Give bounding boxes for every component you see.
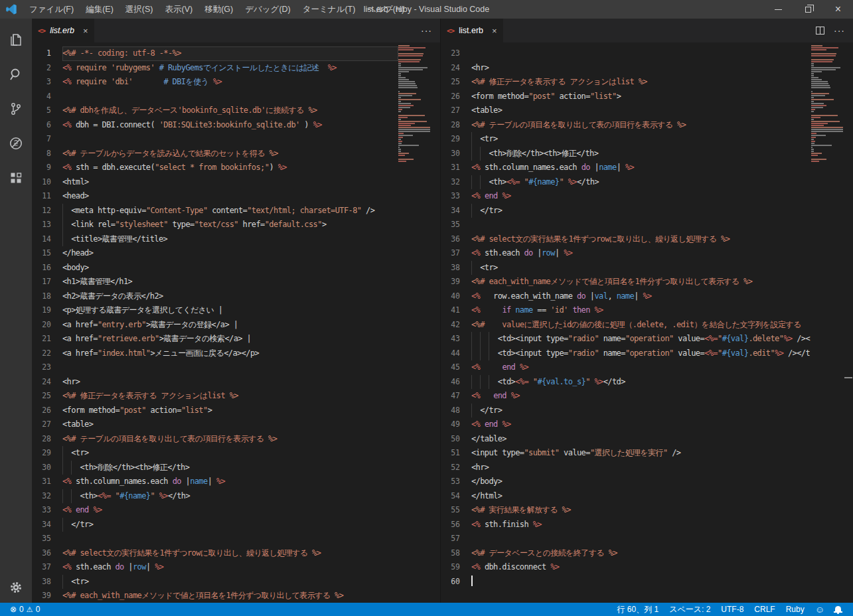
code-line[interactable]: 23 [32, 360, 398, 375]
code-line[interactable]: 32 <th><%= "#{name}" %></th> [32, 489, 398, 504]
extensions-icon[interactable] [0, 161, 32, 195]
code-line[interactable]: 24<hr> [441, 61, 811, 76]
restore-button[interactable] [793, 0, 823, 19]
split-editor-icon[interactable] [816, 27, 824, 35]
more-actions-icon[interactable]: ··· [834, 25, 845, 36]
tab-list-erb-right[interactable]: <> list.erb × [441, 19, 503, 42]
code-line[interactable]: 8<%# テーブルからデータを読み込んで結果のセットを得る %> [32, 147, 398, 161]
menu-help[interactable]: ヘルプ(H) [361, 0, 410, 19]
code-line[interactable]: 28<%# テーブルの項目名を取り出して表の項目行を表示する %> [32, 432, 398, 447]
code-line[interactable]: 58<%# データベースとの接続を終了する %> [441, 546, 811, 561]
code-line[interactable]: 19<p>処理する蔵書データを選択してください | [32, 303, 398, 318]
menu-selection[interactable]: 選択(S) [119, 0, 159, 19]
cursor-position[interactable]: 行 60、列 1 [611, 604, 664, 615]
close-button[interactable]: × [823, 0, 853, 19]
indentation[interactable]: スペース: 2 [664, 604, 716, 615]
code-line[interactable]: 25<%# 修正データを表示する アクションはlist %> [441, 75, 811, 90]
code-line[interactable]: 38 <tr> [32, 575, 398, 589]
code-line[interactable]: 48 </tr> [441, 404, 811, 418]
code-line[interactable]: 47<% end %> [441, 389, 811, 404]
code-line[interactable]: 29 <tr> [441, 132, 811, 147]
code-line[interactable]: 41<% if name == 'id' then %> [441, 303, 811, 318]
code-line[interactable]: 34 </tr> [441, 204, 811, 218]
code-line[interactable]: 17<h1>蔵書管理</h1> [32, 275, 398, 289]
menu-view[interactable]: 表示(V) [159, 0, 198, 19]
code-area-1[interactable]: 1<%# -*- coding: utf-8 -*-%>2<% require … [32, 42, 398, 603]
code-line[interactable]: 32 <th><%= "#{name}" %></th> [441, 175, 811, 190]
code-line[interactable]: 1<%# -*- coding: utf-8 -*-%> [32, 46, 398, 61]
code-line[interactable]: 39<%# each_with_nameメソッドで値と項目名を1件分ずつ取り出し… [441, 275, 811, 289]
minimap-1[interactable] [398, 42, 431, 165]
code-line[interactable]: 34 </tr> [32, 518, 398, 532]
tab-close-icon[interactable]: × [83, 26, 88, 36]
code-line[interactable]: 26<form method="post" action="list"> [32, 404, 398, 418]
code-line[interactable]: 28<%# テーブルの項目名を取り出して表の項目行を表示する %> [441, 118, 811, 133]
code-line[interactable]: 49<% end %> [441, 418, 811, 432]
code-line[interactable]: 54</html> [441, 489, 811, 504]
code-line[interactable]: 7 [32, 132, 398, 147]
code-line[interactable]: 42<%# valueに選択したidの値の後に処理（.delete, .edit… [441, 318, 811, 333]
code-line[interactable]: 6<% dbh = DBI.connect( 'DBI:SQLite3:book… [32, 118, 398, 133]
code-line[interactable]: 31<% sth.column_names.each do |name| %> [32, 475, 398, 489]
code-line[interactable]: 40<% row.each_with_name do |val, name| %… [441, 289, 811, 304]
menu-terminal[interactable]: ターミナル(T) [297, 0, 362, 19]
code-line[interactable]: 24<hr> [32, 375, 398, 390]
problems-indicator[interactable]: ⊗ 0 ⚠ 0 [7, 603, 43, 616]
code-line[interactable]: 21<a href="retrieve.erb">蔵書データの検索</a> | [32, 332, 398, 346]
code-line[interactable]: 56<% sth.finish %> [441, 518, 811, 532]
code-line[interactable]: 35 [441, 218, 811, 232]
code-line[interactable]: 27<table> [32, 418, 398, 432]
code-line[interactable]: 50</table> [441, 432, 811, 447]
code-line[interactable]: 53</body> [441, 475, 811, 489]
settings-gear-icon[interactable] [0, 572, 32, 603]
editor-2[interactable]: 2324<hr>25<%# 修正データを表示する アクションはlist %>26… [441, 42, 853, 603]
code-line[interactable]: 39<%# each_with_nameメソッドで値と項目名を1件分ずつ取り出し… [32, 589, 398, 603]
code-line[interactable]: 60 [441, 575, 811, 589]
code-line[interactable]: 43 <td><input type="radio" name="operati… [441, 332, 811, 346]
debug-icon[interactable] [0, 126, 32, 161]
code-line[interactable]: 57 [441, 532, 811, 546]
code-line[interactable]: 37<% sth.each do |row| %> [32, 560, 398, 575]
code-line[interactable]: 51<input type="submit" value="選択した処理を実行"… [441, 446, 811, 461]
search-icon[interactable] [0, 57, 32, 92]
code-line[interactable]: 14 <title>蔵書管理</title> [32, 232, 398, 247]
code-line[interactable]: 23 [441, 46, 811, 61]
code-line[interactable]: 11<head> [32, 189, 398, 204]
code-line[interactable]: 5<%# dbhを作成し、データベース'bookinfo_sqlite.db'に… [32, 104, 398, 118]
editor-1[interactable]: 1<%# -*- coding: utf-8 -*-%>2<% require … [32, 42, 440, 603]
tab-close-icon[interactable]: × [492, 26, 497, 36]
eol-sequence[interactable]: CRLF [749, 605, 780, 614]
code-line[interactable]: 29 <tr> [32, 446, 398, 461]
code-line[interactable]: 9<% sth = dbh.execute("select * from boo… [32, 161, 398, 175]
notifications-bell-icon[interactable] [830, 607, 846, 611]
code-line[interactable]: 36<%# select文の実行結果を1件ずつrowに取り出し、繰り返し処理する… [441, 232, 811, 247]
tab-list-erb-left[interactable]: <> list.erb × [32, 19, 94, 42]
menu-go[interactable]: 移動(G) [198, 0, 239, 19]
code-line[interactable]: 30 <th>削除</th><th>修正</th> [32, 461, 398, 475]
code-line[interactable]: 26<form method="post" action="list"> [441, 90, 811, 104]
code-line[interactable]: 59<% dbh.disconnect %> [441, 560, 811, 575]
code-line[interactable]: 10<html> [32, 175, 398, 190]
code-line[interactable]: 18<h2>蔵書データの表示</h2> [32, 289, 398, 304]
code-line[interactable]: 25<%# 修正データを表示する アクションはlist %> [32, 389, 398, 404]
code-line[interactable]: 52<hr> [441, 461, 811, 475]
explorer-icon[interactable] [0, 23, 32, 57]
menu-debug[interactable]: デバッグ(D) [239, 0, 297, 19]
code-line[interactable]: 33<% end %> [32, 503, 398, 518]
feedback-smiley-icon[interactable]: ☺ [810, 604, 830, 615]
code-line[interactable]: 30 <th>削除</th><th>修正</th> [441, 147, 811, 161]
code-line[interactable]: 13 <link rel="stylesheet" type="text/css… [32, 218, 398, 232]
code-line[interactable]: 31<% sth.column_names.each do |name| %> [441, 161, 811, 175]
code-line[interactable]: 15</head> [32, 246, 398, 261]
code-line[interactable]: 46 <td><%= "#{val.to_s}" %></td> [441, 375, 811, 390]
code-line[interactable]: 20<a href="entry.erb">蔵書データの登録</a> | [32, 318, 398, 333]
code-line[interactable]: 45<% end %> [441, 360, 811, 375]
code-line[interactable]: 35 [32, 532, 398, 546]
code-line[interactable]: 2<% require 'rubygems' # RubyGemsでインストール… [32, 61, 398, 76]
language-mode[interactable]: Ruby [781, 605, 810, 614]
code-line[interactable]: 44 <td><input type="radio" name="operati… [441, 346, 811, 361]
more-actions-icon[interactable]: ··· [421, 25, 432, 36]
encoding[interactable]: UTF-8 [716, 605, 749, 614]
code-line[interactable]: 4 [32, 90, 398, 104]
code-line[interactable]: 3<% require 'dbi' # DBIを使う %> [32, 75, 398, 90]
